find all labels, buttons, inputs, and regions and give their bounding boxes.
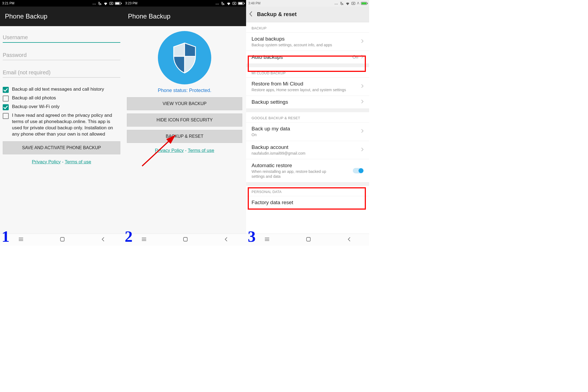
checkbox-texts-label: Backup all old text messages and call hi… [12, 86, 104, 93]
home-icon[interactable] [306, 237, 311, 243]
item-local-backups[interactable]: Local backupsBackup system settings, acc… [246, 32, 369, 51]
toggle-auto-restore[interactable] [353, 168, 364, 173]
item-backup-account[interactable]: Backup accountnaufaludin.ismail99@gmail.… [246, 141, 369, 159]
clock: 3:21 PM [2, 1, 14, 5]
nav-bar [0, 234, 123, 246]
privacy-link[interactable]: Privacy Policy [155, 148, 184, 153]
screen-3: 3:48 PM ... 𐌡 Backup & reset BACKUP Loca… [246, 0, 369, 246]
email-input[interactable] [3, 67, 120, 78]
password-input[interactable] [3, 49, 120, 60]
recents-icon[interactable] [264, 237, 270, 243]
chevron-right-icon [361, 84, 364, 89]
step-number: 2 [125, 227, 133, 246]
checkbox-agree-label: I have read and agreed on the privacy po… [12, 112, 120, 137]
checkbox-photos[interactable] [3, 96, 9, 102]
save-activate-button[interactable]: SAVE AND ACTIVATE PHONE BACKUP [3, 141, 120, 154]
home-icon[interactable] [60, 237, 65, 243]
item-backup-settings[interactable]: Backup settings [246, 96, 369, 108]
item-restore-micloud[interactable]: Restore from Mi CloudRestore apps, Home … [246, 77, 369, 96]
wifi-icon [103, 2, 108, 5]
nav-bar [123, 234, 246, 246]
back-chevron-icon[interactable] [249, 11, 253, 18]
app-title: Phone Backup [5, 13, 47, 20]
back-icon[interactable] [347, 237, 351, 243]
clock: 3:48 PM [248, 1, 261, 5]
step-number: 3 [248, 227, 256, 246]
chevron-right-icon [361, 54, 364, 60]
checkbox-wifi[interactable] [3, 104, 9, 110]
terms-link[interactable]: Terms of use [65, 159, 91, 164]
item-backup-my-data[interactable]: Back up my dataOn [246, 122, 369, 140]
recents-icon[interactable] [141, 237, 147, 243]
app-title: Phone Backup [128, 13, 170, 20]
auto-backup-value: On [353, 55, 358, 60]
mute-icon [340, 1, 344, 5]
home-icon[interactable] [183, 237, 188, 243]
x-box-icon [109, 2, 113, 5]
chevron-right-icon [361, 147, 364, 153]
checkbox-photos-label: Backup all old photos [12, 95, 56, 101]
hide-icon-button[interactable]: HIDE ICON FOR SECURITY [127, 114, 242, 127]
section-backup: BACKUP [246, 22, 369, 32]
backup-reset-button[interactable]: BACKUP & RESET [127, 130, 242, 143]
screen-1: 3:21 PM ... Phone Backup Backup all old … [0, 0, 123, 246]
mute-icon [221, 1, 225, 5]
checkbox-agree[interactable] [3, 113, 9, 119]
status-bar: 3:21 PM ... [0, 0, 123, 7]
x-box-icon [232, 2, 236, 5]
mute-icon [98, 1, 102, 5]
item-automatic-restore[interactable]: Automatic restoreWhen reinstalling an ap… [246, 159, 369, 182]
back-icon[interactable] [101, 237, 105, 243]
chevron-right-icon [361, 39, 364, 44]
status-bar: 3:23 PM ... [123, 0, 246, 7]
phone-status-text: Phone status: Protected. [158, 88, 211, 93]
charging-icon: 𐌡 [357, 1, 359, 5]
more-icon: ... [335, 1, 338, 5]
item-auto-backups[interactable]: Auto backups On [246, 51, 369, 63]
view-backup-button[interactable]: VIEW YOUR BACKUP [127, 97, 242, 110]
status-bar: 3:48 PM ... 𐌡 [246, 0, 369, 7]
settings-title: Backup & reset [257, 11, 297, 17]
step-number: 1 [2, 227, 10, 246]
clock: 3:23 PM [125, 1, 137, 5]
app-header: Phone Backup [0, 7, 123, 26]
username-input[interactable] [3, 32, 120, 43]
footer-links: Privacy Policy - Terms of use [127, 148, 242, 153]
checkbox-texts[interactable] [3, 87, 9, 93]
chevron-right-icon [361, 129, 364, 134]
section-personal: PERSONAL DATA [246, 186, 369, 196]
back-icon[interactable] [224, 237, 228, 243]
section-google: GOOGLE BACKUP & RESET [246, 112, 369, 122]
checkbox-wifi-label: Backup over Wi-Fi only [12, 104, 60, 110]
terms-link[interactable]: Terms of use [188, 148, 214, 153]
chevron-right-icon [361, 99, 364, 105]
x-box-icon [351, 2, 355, 5]
more-icon: ... [93, 1, 96, 5]
battery-icon [361, 2, 367, 5]
wifi-icon [226, 2, 231, 5]
svg-rect-5 [60, 237, 64, 241]
footer-links: Privacy Policy - Terms of use [3, 159, 120, 165]
battery-icon [115, 2, 121, 5]
recents-icon[interactable] [18, 237, 24, 243]
section-micloud: MI CLOUD BACKUP [246, 67, 369, 77]
screen-2: 3:23 PM ... Phone Backup [123, 0, 246, 246]
settings-header: Backup & reset [246, 7, 369, 22]
wifi-icon [345, 2, 350, 5]
item-factory-reset[interactable]: Factory data reset [246, 196, 369, 209]
privacy-link[interactable]: Privacy Policy [32, 159, 61, 164]
svg-rect-13 [183, 237, 187, 241]
more-icon: ... [216, 1, 219, 5]
svg-rect-20 [307, 237, 310, 241]
nav-bar [246, 234, 369, 246]
shield-icon [158, 31, 211, 84]
battery-icon [238, 2, 244, 5]
app-header: Phone Backup [123, 7, 246, 26]
